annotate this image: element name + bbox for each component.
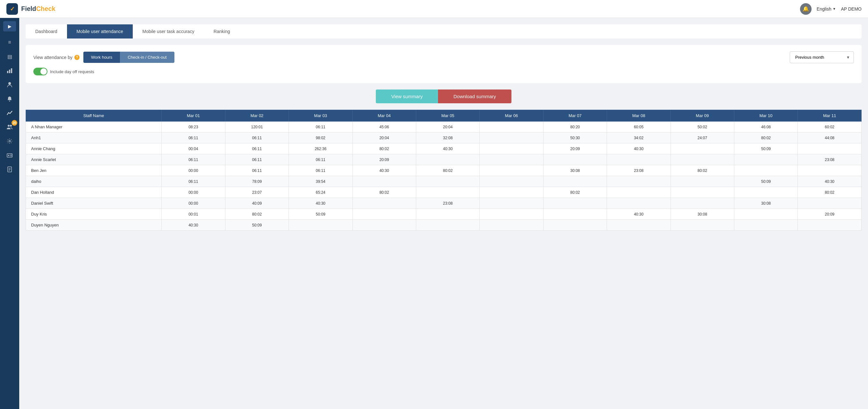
attendance-cell: 80:02 [798,187,862,198]
attendance-cell [543,198,607,209]
attendance-cell: 32:08 [416,133,479,143]
attendance-cell: 20:09 [798,209,862,220]
logo-field: Field [21,5,36,12]
attendance-cell: 30:08 [734,198,798,209]
table-row: Annie Scarlet06:1106:1106:1120:0923:08 [26,154,862,165]
col-mar08: Mar 08 [607,110,671,122]
svg-point-3 [8,82,11,85]
attendance-cell [671,176,734,187]
attendance-cell: 06:11 [289,165,352,176]
svg-point-6 [10,125,12,127]
sidebar-toggle-button[interactable]: ▶ [3,21,16,31]
include-day-off-toggle[interactable] [33,68,48,76]
work-hours-button[interactable]: Work hours [83,52,120,63]
attendance-cell [734,220,798,231]
attendance-cell: 23:07 [225,187,288,198]
sidebar-item-trend[interactable] [3,107,16,119]
attendance-cell: 06:11 [289,154,352,165]
attendance-cell [607,176,671,187]
attendance-cell: 80:02 [543,187,607,198]
attendance-cell: 98:02 [289,133,352,143]
attendance-cell [607,220,671,231]
col-mar10: Mar 10 [734,110,798,122]
sidebar: ▶ ≡ ▤ 20 [0,18,19,409]
attendance-cell: 50:02 [671,122,734,133]
attendance-cell: 20:04 [352,133,416,143]
sidebar-item-document[interactable] [3,164,16,175]
svg-point-5 [8,125,10,127]
attendance-cell: 34:02 [607,133,671,143]
attendance-cell [352,176,416,187]
sidebar-item-list[interactable]: ▤ [3,51,16,62]
svg-rect-1 [9,69,10,73]
attendance-cell [671,154,734,165]
sidebar-item-chart[interactable] [3,65,16,76]
users-badge: 20 [11,120,17,126]
sidebar-item-users[interactable]: 20 [3,121,16,133]
sidebar-item-gear[interactable] [3,135,16,147]
sidebar-item-person[interactable] [3,79,16,90]
attendance-cell [607,198,671,209]
checkin-checkout-button[interactable]: Check-in / Check-out [120,52,174,63]
sidebar-item-bell[interactable] [3,93,16,105]
attendance-cell: 40:30 [607,209,671,220]
tab-ranking[interactable]: Ranking [204,24,240,38]
tab-mobile-attendance[interactable]: Mobile user attendance [67,24,133,38]
attendance-cell: 06:11 [162,154,225,165]
attendance-cell: 40:09 [225,198,288,209]
attendance-cell [543,154,607,165]
attendance-cell [352,220,416,231]
attendance-cell: 06:11 [225,154,288,165]
attendance-cell: 39:54 [289,176,352,187]
attendance-cell: 60:05 [607,122,671,133]
logo-icon [6,3,18,15]
sidebar-toggle-icon: ▶ [8,24,11,29]
attendance-cell: 50:09 [734,176,798,187]
download-summary-button[interactable]: Download summary [438,89,512,103]
attendance-cell: 40:30 [798,176,862,187]
controls-section: View attendance by ? Work hours Check-in… [26,45,862,83]
attendance-cell: 80:20 [543,122,607,133]
attendance-cell: 40:30 [162,220,225,231]
attendance-cell: 23:08 [416,198,479,209]
attendance-cell: 23:08 [607,165,671,176]
language-arrow-icon: ▼ [833,7,836,10]
attendance-cell [480,133,543,143]
svg-point-7 [9,141,10,142]
table-row: Duyen Nguyen40:3050:09 [26,220,862,231]
notification-bell-button[interactable]: 🔔 [800,3,812,15]
info-icon[interactable]: ? [74,55,80,60]
attendance-cell [607,187,671,198]
view-by-label: View attendance by ? [33,55,80,60]
attendance-cell [416,154,479,165]
view-summary-button[interactable]: View summary [376,89,438,103]
attendance-cell [798,220,862,231]
table-row: Daniel Swift00:0040:0940:3023:0830:08 [26,198,862,209]
attendance-cell [480,143,543,154]
language-selector[interactable]: English ▼ [817,6,836,11]
attendance-cell [480,220,543,231]
svg-rect-0 [7,71,8,73]
svg-rect-8 [7,154,12,157]
tab-mobile-task[interactable]: Mobile user task accuracy [133,24,204,38]
attendance-cell: 50:09 [225,220,288,231]
attendance-cell: 40:30 [289,198,352,209]
action-buttons: View summary Download summary [26,89,862,103]
main-content: Dashboard Mobile user attendance Mobile … [19,18,868,409]
attendance-cell [798,143,862,154]
attendance-cell: 80:02 [416,165,479,176]
col-mar04: Mar 04 [352,110,416,122]
attendance-cell [734,165,798,176]
staff-name-cell: A Nhan Manager [26,122,162,133]
include-day-off-label: Include day off requests [50,69,94,74]
tab-dashboard[interactable]: Dashboard [26,24,67,38]
sidebar-item-id-card[interactable] [3,149,16,161]
period-select[interactable]: Previous month Current month Custom rang… [790,51,854,63]
logo-text: FieldCheck [21,5,56,12]
sidebar-item-menu[interactable]: ≡ [3,36,16,48]
staff-name-cell: Annie Scarlet [26,154,162,165]
view-by-text: View attendance by [33,55,72,60]
attendance-cell: 30:08 [543,165,607,176]
attendance-cell: 20:09 [543,143,607,154]
attendance-cell: 50:09 [289,209,352,220]
